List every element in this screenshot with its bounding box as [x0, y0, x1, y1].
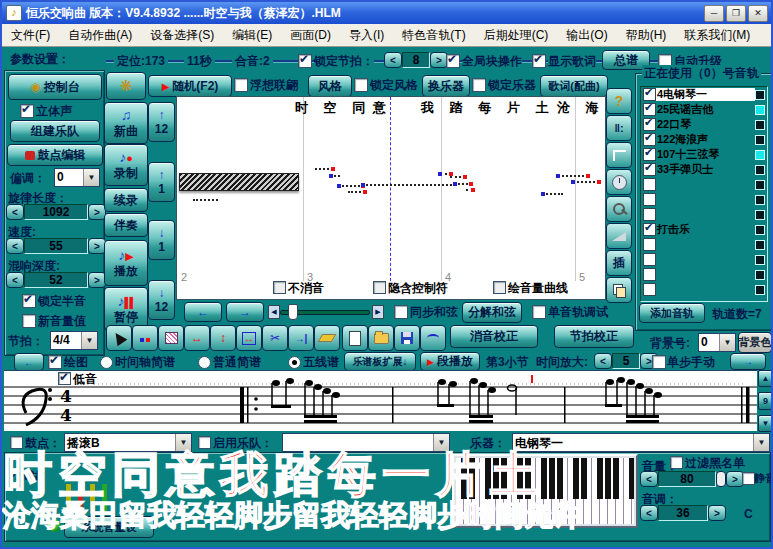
new-song-button[interactable]: ♫ 新曲 [104, 102, 148, 144]
note[interactable] [339, 185, 363, 187]
hidden-ctrl-checkbox[interactable] [373, 281, 386, 294]
note-select-tool-button[interactable] [132, 325, 158, 351]
key-tool-button[interactable] [606, 196, 632, 222]
track-row[interactable]: 4电钢琴一 [641, 87, 767, 102]
volume-thumb[interactable] [716, 471, 726, 487]
insert-bar-tool-button[interactable]: →| [288, 325, 314, 351]
track-checkbox[interactable] [643, 223, 656, 236]
segment-play-button[interactable]: ▶ 段播放 [420, 352, 480, 371]
track-checkbox[interactable] [643, 88, 656, 101]
note[interactable] [348, 191, 365, 193]
menu-edit[interactable]: 编辑(E) [223, 27, 281, 44]
cursor-tool-button[interactable] [106, 325, 132, 351]
time-zoom-spinner[interactable]: < 5 > [594, 353, 658, 369]
resume-record-button[interactable]: 续录 [104, 188, 148, 212]
single-track-debug-checkbox[interactable] [532, 305, 546, 319]
lock-semitone-checkbox[interactable] [22, 294, 36, 308]
note[interactable] [450, 176, 465, 178]
volume-spinner[interactable]: < 80 > [640, 471, 744, 487]
track-indicator[interactable] [755, 120, 765, 130]
close-button[interactable]: ✕ [748, 5, 768, 22]
selected-note-block[interactable] [179, 173, 299, 191]
copy-button[interactable] [606, 277, 632, 303]
track-row[interactable]: 122海浪声 [641, 132, 767, 147]
track-indicator[interactable] [755, 270, 765, 280]
stereo-checkbox[interactable] [20, 104, 34, 118]
track-checkbox[interactable] [643, 208, 656, 221]
instrument-dropdown[interactable]: 电钢琴一▼ [512, 433, 770, 452]
mode-radio-simple[interactable] [198, 356, 211, 369]
track-indicator[interactable] [755, 255, 765, 265]
show-lyrics-checkbox[interactable] [532, 54, 546, 68]
note[interactable] [573, 181, 599, 183]
scroll-left-button[interactable]: ← [14, 353, 44, 371]
track-row[interactable] [641, 192, 767, 207]
accompany-button[interactable]: 伴奏 [104, 213, 148, 237]
mute-fix-button[interactable]: 消音校正 [450, 325, 538, 348]
title-bar[interactable]: ♪ 恒乐交响曲 版本：V9.4.8932 ......时空与我（蔡泽宏）.HLM… [2, 2, 771, 24]
track-checkbox[interactable] [643, 118, 656, 131]
note[interactable] [315, 168, 333, 170]
track-indicator[interactable] [755, 195, 765, 205]
track-indicator[interactable] [755, 165, 765, 175]
menu-postprocess[interactable]: 后期处理(C) [475, 27, 558, 44]
volume-curve-checkbox[interactable] [493, 281, 506, 294]
track-row[interactable] [641, 282, 767, 297]
track-checkbox[interactable] [643, 193, 656, 206]
slider-right-arrow[interactable]: ▶ [372, 305, 384, 319]
fancy-checkbox[interactable] [234, 78, 248, 92]
random-button[interactable]: ▶ 随机(F2) [148, 75, 232, 97]
drum-edit-button[interactable]: 鼓点编辑 [7, 144, 103, 166]
staff-area[interactable]: 4 4 [4, 370, 757, 431]
beat-fix-button[interactable]: 节拍校正 [554, 325, 634, 348]
volume-spin-left[interactable]: < [640, 471, 658, 487]
score-board-expand-button[interactable]: 乐谱板扩展↓ [344, 352, 416, 371]
track-row[interactable]: 107十三弦琴 [641, 147, 767, 162]
nav-right-button[interactable]: → [226, 302, 264, 322]
beat-spin-left[interactable]: < [384, 52, 402, 68]
menu-file[interactable]: 文件(F) [2, 27, 59, 44]
melody-spin-left[interactable]: < [6, 204, 24, 220]
mode-radio-timeline[interactable] [100, 356, 113, 369]
filter-blacklist-checkbox[interactable] [670, 456, 683, 469]
track-row[interactable] [641, 177, 767, 192]
lyrics-compose-button[interactable]: 歌词(配曲) [540, 75, 608, 97]
settings-button[interactable]: ❋ [106, 72, 146, 100]
note[interactable] [331, 175, 340, 177]
sync-chord-checkbox[interactable] [394, 305, 408, 319]
record-button[interactable]: ♪● 录制 [104, 144, 148, 186]
change-instrument-button[interactable]: 换乐器 [422, 75, 470, 97]
speed-spinner[interactable]: < 55 > [6, 238, 106, 254]
menu-contact[interactable]: 联系我们(M) [675, 27, 759, 44]
track-indicator[interactable] [755, 150, 765, 160]
region-select-tool-button[interactable] [158, 325, 184, 351]
note[interactable] [543, 193, 563, 195]
transpose-down-12-button[interactable]: ↓ 12 [148, 280, 175, 320]
reverb-spinner[interactable]: < 52 > [6, 272, 106, 288]
track-indicator[interactable] [755, 180, 765, 190]
insert-button[interactable]: 插 [606, 250, 632, 276]
note[interactable] [440, 173, 451, 175]
lock-style-checkbox[interactable] [354, 78, 368, 92]
cut-tool-button[interactable]: ✂ [262, 325, 288, 351]
melody-length-spinner[interactable]: < 1092 > [6, 204, 106, 220]
open-file-button[interactable] [368, 325, 394, 351]
menu-help[interactable]: 帮助(H) [617, 27, 676, 44]
staff-scroll-value-button[interactable]: 9 [758, 392, 773, 410]
transpose-up-1-button[interactable]: ↑ 1 [148, 162, 175, 202]
tie-tool-button[interactable] [420, 325, 446, 351]
lock-instrument-checkbox[interactable] [472, 78, 486, 92]
track-row[interactable]: 22口琴 [641, 117, 767, 132]
scroll-right-button[interactable]: → [730, 353, 766, 370]
track-row[interactable]: 25民谣吉他 [641, 102, 767, 117]
menu-device[interactable]: 设备选择(S) [141, 27, 223, 44]
track-checkbox[interactable] [643, 133, 656, 146]
menu-special-track[interactable]: 特色音轨(T) [393, 27, 474, 44]
repeat-sign-button[interactable]: ‖: [606, 115, 632, 141]
nav-left-button[interactable]: ← [184, 302, 222, 322]
draw-checkbox[interactable] [48, 355, 62, 369]
transpose-down-1-button[interactable]: ↓ 1 [148, 220, 175, 260]
save-file-button[interactable] [394, 325, 420, 351]
brush-tool-button[interactable] [314, 325, 340, 351]
track-checkbox[interactable] [643, 253, 656, 266]
